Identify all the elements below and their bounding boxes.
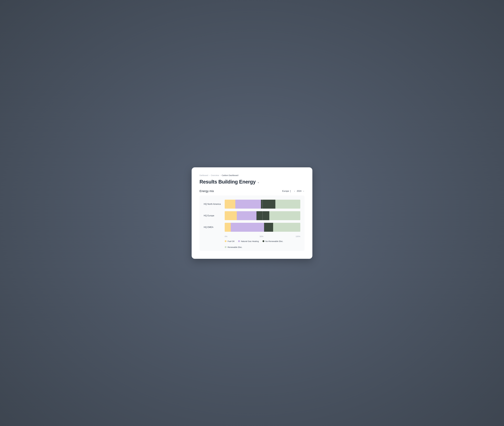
breadcrumb: Dahboard › Overview › Carbon Dashboard <box>200 174 304 177</box>
x-tick-100: 100% <box>296 235 300 237</box>
row-label-europe: HQ Europe <box>204 214 225 217</box>
legend-natural-gas: Natural Gas Heating <box>238 240 259 242</box>
year-prev-button[interactable]: ‹ <box>294 190 296 192</box>
section-header: Energy mix Europe ▲▼ ‹ 2024 › <box>200 189 304 193</box>
breadcrumb-sep-1: › <box>209 174 210 176</box>
breadcrumb-current: Carbon Dashboard <box>222 174 238 177</box>
bar-group-emea <box>225 223 300 232</box>
bar-emea-renewable <box>273 223 300 232</box>
main-card: Dahboard › Overview › Carbon Dashboard R… <box>192 167 312 259</box>
chart-legend: Fuel Oil Natural Gas Heating No-Renewabl… <box>204 240 300 248</box>
bar-europe <box>225 211 300 220</box>
row-label-emea: HQ EMEA <box>204 226 225 228</box>
table-row: HQ Europe <box>204 211 300 220</box>
table-row: HQ EMEA <box>204 223 300 232</box>
fuel-oil-dot-icon <box>225 240 227 242</box>
legend-natural-gas-label: Natural Gas Heating <box>241 240 259 242</box>
breadcrumb-dashboard[interactable]: Dahboard <box>200 174 208 177</box>
x-tick-50: 50% <box>260 235 263 237</box>
legend-renewable-label: Renewable Elec. <box>228 246 242 248</box>
bar-emea <box>225 223 300 232</box>
year-value: 2024 <box>297 190 302 192</box>
bar-na-renewable <box>275 200 300 209</box>
table-row: HQ North America <box>204 200 300 209</box>
bar-group-na <box>225 200 300 209</box>
chevron-down-icon[interactable]: ⌄ <box>257 180 260 184</box>
page-title-row: Results Building Energy ⌄ <box>200 179 304 185</box>
legend-renewable: Renewable Elec. <box>225 246 242 248</box>
renewable-dot-icon <box>225 246 227 248</box>
bar-na-natural-gas <box>235 200 261 209</box>
non-renewable-dot-icon <box>262 240 264 242</box>
section-title: Energy mix <box>200 189 214 193</box>
row-label-na: HQ North America <box>204 203 225 205</box>
year-next-button[interactable]: › <box>303 190 304 192</box>
legend-non-renewable: No-Renewable Elec. <box>262 240 283 242</box>
bar-na-fuel-oil <box>225 200 235 209</box>
x-ticks: 0% 50% 100% <box>225 235 300 237</box>
region-label: Europe <box>282 190 289 192</box>
bar-europe-renewable <box>269 211 300 220</box>
bar-europe-natural-gas <box>237 211 256 220</box>
bar-emea-natural-gas <box>231 223 264 232</box>
controls: Europe ▲▼ ‹ 2024 › <box>282 190 304 192</box>
x-tick-0: 0% <box>225 235 227 237</box>
x-axis: 0% 50% 100% <box>225 234 300 237</box>
chart-area: HQ North America HQ Europe <box>204 200 300 237</box>
bar-europe-non-renewable <box>256 211 269 220</box>
bar-emea-non-renewable <box>264 223 273 232</box>
legend-fuel-oil: Fuel Oil <box>225 240 235 242</box>
breadcrumb-sep-2: › <box>220 174 221 176</box>
bar-na <box>225 200 300 209</box>
page-title: Results Building Energy <box>200 179 256 185</box>
region-selector[interactable]: Europe ▲▼ <box>282 190 291 192</box>
legend-fuel-oil-label: Fuel Oil <box>228 240 235 242</box>
year-selector: ‹ 2024 › <box>294 190 304 192</box>
bar-group-europe <box>225 211 300 220</box>
bar-emea-fuel-oil <box>225 223 231 232</box>
natural-gas-dot-icon <box>238 240 240 242</box>
region-arrows-icon: ▲▼ <box>290 190 291 192</box>
breadcrumb-overview[interactable]: Overview <box>211 174 219 177</box>
bar-na-non-renewable <box>261 200 275 209</box>
chart-container: HQ North America HQ Europe <box>200 195 304 251</box>
legend-non-renewable-label: No-Renewable Elec. <box>265 240 283 242</box>
bar-europe-fuel-oil <box>225 211 237 220</box>
